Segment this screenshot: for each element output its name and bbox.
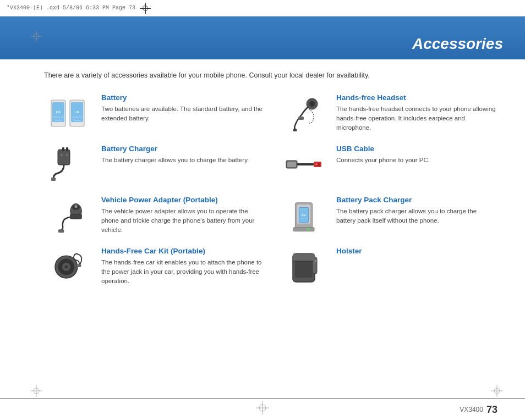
svg-rect-37 <box>298 117 304 120</box>
intro-paragraph: There are a variety of accessories avail… <box>44 70 497 81</box>
list-item: Hands-Free Car Kit (Portable) The hands-… <box>44 246 262 288</box>
svg-text:Battery: Battery <box>55 119 62 121</box>
pack-charger-title: Battery Pack Charger <box>336 195 497 205</box>
vehicle-adapter-text: Vehicle Power Adapter (Portable) The veh… <box>101 195 262 235</box>
svg-rect-21 <box>66 147 68 151</box>
svg-rect-41 <box>297 163 314 165</box>
list-item: Vehicle Power Adapter (Portable) The veh… <box>44 195 262 236</box>
svg-point-24 <box>66 154 68 156</box>
usb-cable-desc: Connects your phone to your PC. <box>336 156 497 165</box>
svg-rect-40 <box>287 162 296 167</box>
holster-image <box>279 246 329 288</box>
vehicle-adapter-image <box>44 195 94 236</box>
battery-charger-desc: The battery charger allows you to charge… <box>101 156 262 165</box>
svg-rect-22 <box>51 178 56 181</box>
svg-point-44 <box>315 163 318 165</box>
pack-charger-text: Battery Pack Charger The battery pack ch… <box>336 195 497 225</box>
svg-rect-20 <box>62 147 64 151</box>
page-number: 73 <box>486 404 497 416</box>
svg-text:Lithium Ion: Lithium Ion <box>53 115 64 118</box>
headset-desc: The hands-free headset connects to your … <box>336 104 497 132</box>
carkit-desc: The hands-free car kit enables you to at… <box>101 258 262 285</box>
svg-point-38 <box>293 129 297 131</box>
usb-cable-image <box>279 144 329 185</box>
list-item: USB Cable Connects your phone to your PC… <box>279 144 497 185</box>
battery-desc: Two batteries are available. The standar… <box>101 104 262 123</box>
list-item: Hands-free Headset The hands-free headse… <box>279 93 497 134</box>
svg-text:LG: LG <box>75 110 80 114</box>
svg-text:LG: LG <box>302 213 305 217</box>
svg-text:LG: LG <box>56 110 61 114</box>
carkit-text: Hands-Free Car Kit (Portable) The hands-… <box>101 246 262 286</box>
model-text: VX3400 <box>460 406 483 413</box>
page-title: Accessories <box>412 35 503 53</box>
svg-rect-19 <box>58 150 70 165</box>
battery-title: Battery <box>101 93 262 103</box>
svg-point-36 <box>309 101 315 107</box>
charger-image <box>44 144 94 185</box>
pack-charger-image: LG <box>279 195 329 236</box>
headset-text: Hands-free Headset The hands-free headse… <box>336 93 497 132</box>
svg-rect-55 <box>293 253 315 261</box>
bottom-crosshair-icon <box>256 401 269 415</box>
accessories-grid: LG Lithium Ion Battery LG Lithium Ion Ba… <box>44 93 497 297</box>
svg-text:Lithium Ion: Lithium Ion <box>72 115 83 118</box>
svg-point-23 <box>61 154 63 156</box>
svg-text:Battery: Battery <box>74 119 81 121</box>
list-item: LG Battery Pack Charger The battery pack… <box>279 195 497 236</box>
holster-text: Holster <box>336 246 497 258</box>
right-column: Hands-free Headset The hands-free headse… <box>279 93 497 297</box>
headset-title: Hands-free Headset <box>336 93 497 103</box>
top-crosshair-icon <box>140 3 151 14</box>
battery-text: Battery Two batteries are available. The… <box>101 93 262 123</box>
main-content: There are a variety of accessories avail… <box>0 59 525 398</box>
svg-rect-49 <box>293 227 314 231</box>
svg-point-29 <box>74 205 77 208</box>
print-info-text: *VX3400-(E) .qxd 5/8/06 6:33 PM Page 73 <box>7 5 135 11</box>
list-item: LG Lithium Ion Battery LG Lithium Ion Ba… <box>44 93 262 134</box>
print-info-bar: *VX3400-(E) .qxd 5/8/06 6:33 PM Page 73 <box>0 0 525 16</box>
battery-image: LG Lithium Ion Battery LG Lithium Ion Ba… <box>44 93 94 134</box>
svg-point-33 <box>65 265 68 268</box>
headset-image <box>279 93 329 134</box>
usb-cable-title: USB Cable <box>336 144 497 154</box>
page-header: Accessories <box>0 16 525 59</box>
vehicle-adapter-title: Vehicle Power Adapter (Portable) <box>101 195 262 205</box>
svg-rect-34 <box>77 264 81 267</box>
battery-charger-text: Battery Charger The battery charger allo… <box>101 144 262 165</box>
holster-title: Holster <box>336 246 497 256</box>
svg-rect-27 <box>70 214 82 219</box>
svg-point-50 <box>307 227 310 230</box>
carkit-title: Hands-Free Car Kit (Portable) <box>101 246 262 256</box>
left-column: LG Lithium Ion Battery LG Lithium Ion Ba… <box>44 93 262 297</box>
battery-charger-title: Battery Charger <box>101 144 262 154</box>
list-item: Battery Charger The battery charger allo… <box>44 144 262 185</box>
pack-charger-desc: The battery pack charger allows you to c… <box>336 207 497 225</box>
carkit-image <box>44 246 94 288</box>
list-item: Holster <box>279 246 497 288</box>
svg-rect-28 <box>58 229 64 233</box>
usb-cable-text: USB Cable Connects your phone to your PC… <box>336 144 497 165</box>
corner-crosshair-tl <box>30 30 42 42</box>
vehicle-adapter-desc: The vehicle power adapter allows you to … <box>101 207 262 234</box>
